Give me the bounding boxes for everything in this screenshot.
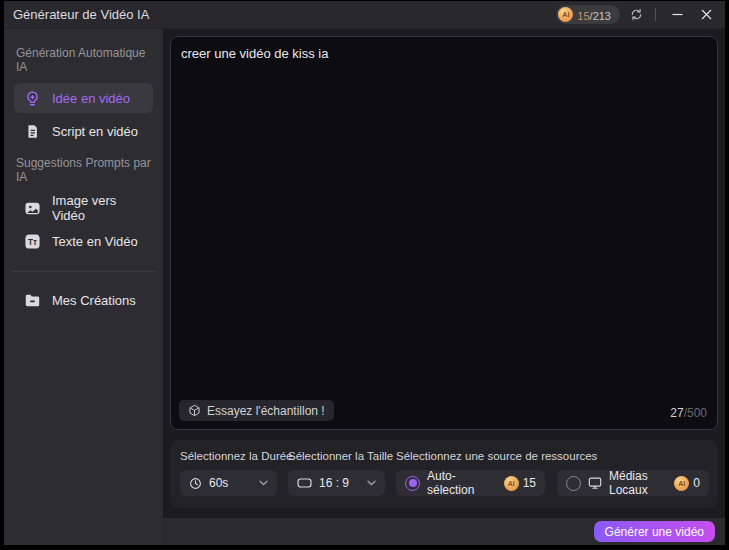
svg-text:Tт: Tт — [28, 237, 37, 246]
ai-coin-icon: AI — [674, 476, 689, 491]
dice-cube-icon — [188, 404, 201, 417]
monitor-icon — [588, 476, 602, 490]
size-value: 16 : 9 — [319, 476, 349, 490]
sidebar-item-label: Script en vidéo — [52, 124, 138, 139]
cost-value: 0 — [693, 476, 700, 490]
folder-icon — [23, 291, 41, 309]
chevron-down-icon — [259, 480, 268, 486]
radio-unselected-icon — [566, 476, 581, 491]
chevron-down-icon — [367, 480, 376, 486]
image-icon — [23, 199, 41, 217]
size-dropdown[interactable]: 16 : 9 — [288, 470, 385, 496]
sidebar-section-header-prompt-suggestions: Suggestions Prompts par IA — [16, 156, 151, 184]
generate-video-button[interactable]: Générer une vidéo — [594, 521, 715, 542]
window-title: Générateur de Vidéo IA — [13, 7, 149, 22]
sidebar-item-my-creations[interactable]: Mes Créations — [14, 285, 153, 315]
sidebar-item-label: Idée en vidéo — [52, 91, 130, 106]
refresh-button[interactable] — [627, 6, 645, 24]
radio-selected-icon — [405, 476, 420, 491]
source-option-label: Auto-sélection — [427, 469, 497, 497]
source-group: Sélectionnez une source de ressources Au… — [396, 450, 709, 508]
sidebar-item-image-to-video[interactable]: Image vers Vidéo — [14, 193, 153, 223]
clock-icon — [189, 477, 202, 490]
close-icon — [701, 9, 712, 20]
duration-label: Sélectionnez la Durée — [180, 450, 277, 462]
sidebar-section-header-auto-generation: Génération Automatique IA — [16, 46, 151, 74]
close-button[interactable] — [695, 5, 717, 25]
generation-settings-panel: Sélectionnez la Durée 60s — [170, 440, 718, 508]
sidebar-item-label: Mes Créations — [52, 293, 136, 308]
char-counter: 27/500 — [670, 406, 707, 420]
duration-dropdown[interactable]: 60s — [180, 470, 277, 496]
credits-used: 15/213 — [577, 6, 611, 24]
source-option-local-media[interactable]: Médias Locaux AI 0 — [557, 470, 709, 496]
source-option-label: Médias Locaux — [609, 469, 667, 497]
source-label: Sélectionnez une source de ressources — [396, 450, 709, 462]
bottom-bar: Générer une vidéo — [163, 517, 725, 545]
sidebar: Génération Automatique IA Idée en vidéo — [4, 29, 163, 545]
try-sample-button[interactable]: Essayez l'échantillon ! — [179, 400, 334, 421]
script-document-icon — [23, 122, 41, 140]
source-options: Auto-sélection AI 15 — [396, 470, 709, 496]
ai-coin-icon: AI — [504, 476, 519, 491]
prompt-text: creer une vidéo de kiss ia — [181, 45, 707, 63]
sidebar-item-label: Texte en Vidéo — [52, 234, 138, 249]
titlebar: Générateur de Vidéo IA AI 15/213 — [4, 1, 725, 29]
sidebar-item-script-to-video[interactable]: Script en vidéo — [14, 116, 153, 146]
option-cost: AI 15 — [504, 476, 536, 491]
text-icon: Tт — [23, 232, 41, 250]
prompt-input[interactable]: creer une vidéo de kiss ia Essayez l'éch… — [170, 36, 718, 430]
titlebar-controls: AI 15/213 — [556, 5, 717, 25]
try-sample-label: Essayez l'échantillon ! — [207, 404, 325, 418]
duration-group: Sélectionnez la Durée 60s — [180, 450, 277, 508]
minimize-icon — [672, 9, 683, 20]
sidebar-item-text-to-video[interactable]: Tт Texte en Vidéo — [14, 226, 153, 256]
sidebar-item-idea-to-video[interactable]: Idée en vidéo — [14, 83, 153, 113]
credits-badge[interactable]: AI 15/213 — [556, 5, 620, 24]
size-label: Sélectionner la Taille — [288, 450, 385, 462]
option-cost: AI 0 — [674, 476, 700, 491]
lightbulb-idea-icon — [23, 89, 41, 107]
refresh-icon — [630, 8, 643, 21]
main-area: creer une vidéo de kiss ia Essayez l'éch… — [163, 29, 725, 545]
size-group: Sélectionner la Taille 16 : 9 — [288, 450, 385, 508]
cost-value: 15 — [523, 476, 536, 490]
duration-value: 60s — [209, 476, 228, 490]
minimize-button[interactable] — [666, 5, 688, 25]
aspect-ratio-icon — [297, 477, 312, 489]
titlebar-separator — [655, 8, 656, 21]
sidebar-item-label: Image vers Vidéo — [52, 193, 144, 223]
app-window: Générateur de Vidéo IA AI 15/213 — [4, 1, 725, 545]
source-option-auto-selection[interactable]: Auto-sélection AI 15 — [396, 470, 545, 496]
ai-coin-icon: AI — [558, 7, 573, 22]
sidebar-divider — [12, 271, 155, 272]
